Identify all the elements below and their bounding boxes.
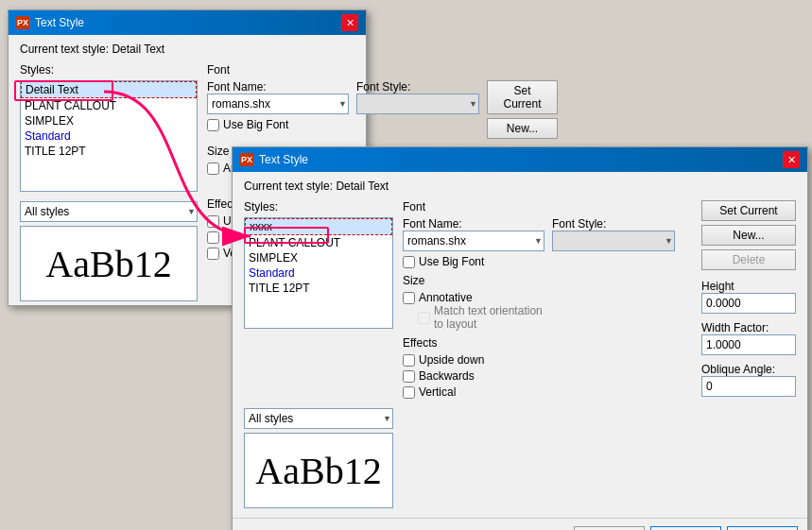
dialog1-style-item-2[interactable]: SIMPLEX <box>21 113 197 128</box>
dialog2-preview-box: AaBb12 <box>244 433 393 508</box>
dialog2-upside-down-label: Upside down <box>419 353 484 367</box>
dialog1-use-big-font-checkbox[interactable] <box>207 119 219 131</box>
dialog1-title-icon: PX <box>16 16 29 29</box>
dialog1-styles-label: Styles: <box>20 63 198 77</box>
dialog1-close-button[interactable]: ✕ <box>341 14 358 31</box>
dialog1-font-name-label: Font Name: <box>207 80 349 94</box>
dialog1-style-item-3[interactable]: Standard <box>21 128 197 144</box>
dialog2-cancel-button[interactable]: Cancel <box>650 526 721 530</box>
dialog2-font-name-select[interactable]: romans.shx <box>403 231 544 251</box>
dialog2-all-styles-select[interactable]: All styles <box>244 408 393 429</box>
dialog1-style-item-4[interactable]: TITLE 12PT <box>21 144 197 159</box>
dialog2-close-button[interactable]: ✕ <box>783 151 800 168</box>
dialog1-upside-down-checkbox[interactable] <box>207 215 219 228</box>
dialog1-preview-text: AaBb12 <box>41 237 176 291</box>
dialog1-use-big-font-row: Use Big Font <box>207 118 479 131</box>
dialog2-use-big-font-label: Use Big Font <box>419 255 484 268</box>
text-style-dialog-2[interactable]: PX Text Style ✕ Current text style: Deta… <box>232 146 808 530</box>
dialog2-vertical-label: Vertical <box>419 385 456 399</box>
dialog1-new-button[interactable]: New... <box>487 118 558 139</box>
dialog2-current-style: Current text style: Detail Text <box>244 180 796 193</box>
dialog2-match-text-row: Match text orientationto layout <box>418 304 694 331</box>
dialog2-use-big-font-row: Use Big Font <box>403 255 694 268</box>
dialog2-effects-label: Effects <box>403 336 694 350</box>
dialog2-font-name-label: Font Name: <box>403 217 544 231</box>
dialog2-vertical-row: Vertical <box>403 385 694 399</box>
dialog1-vertical-checkbox[interactable] <box>207 248 219 260</box>
dialog1-style-item-0[interactable]: Detail Text <box>21 81 197 98</box>
dialog2-use-big-font-checkbox[interactable] <box>403 256 415 268</box>
dialog2-width-factor-label: Width Factor: <box>701 321 796 334</box>
dialog2-style-item-0[interactable]: xxxx <box>245 218 392 235</box>
dialog2-bottom-buttons: Apply Cancel Help <box>233 518 807 530</box>
dialog1-style-item-1[interactable]: PLANT CALLOUT <box>21 98 197 113</box>
dialog2-oblique-angle-input[interactable] <box>701 376 796 397</box>
dialog2-styles-list[interactable]: xxxx PLANT CALLOUT SIMPLEX Standard TITL… <box>244 217 393 329</box>
dialog2-match-text-checkbox <box>418 312 430 324</box>
dialog2-style-item-2[interactable]: SIMPLEX <box>245 250 392 265</box>
dialog1-styles-list[interactable]: Detail Text PLANT CALLOUT SIMPLEX Standa… <box>20 80 198 192</box>
dialog2-height-input[interactable] <box>701 293 796 314</box>
dialog2-vertical-checkbox[interactable] <box>403 386 415 399</box>
dialog2-annotative-label: Annotative <box>419 291 473 304</box>
dialog2-styles-label: Styles: <box>244 200 393 214</box>
dialog1-font-name-select[interactable]: romans.shx <box>207 94 349 114</box>
dialog2-height-label: Height <box>701 280 796 293</box>
dialog2-backwards-label: Backwards <box>419 369 475 383</box>
dialog2-font-label: Font <box>403 200 694 214</box>
dialog2-match-text-label: Match text orientationto layout <box>434 304 543 331</box>
dialog2-delete-button[interactable]: Delete <box>701 249 796 270</box>
dialog1-all-styles-row: All styles ▼ <box>20 201 198 222</box>
dialog1-annotative-checkbox[interactable] <box>207 162 219 175</box>
dialog2-help-button[interactable]: Help <box>727 526 798 530</box>
dialog2-title-text: Text Style <box>259 153 308 166</box>
dialog2-backwards-checkbox[interactable] <box>403 370 415 383</box>
dialog1-font-style-select[interactable] <box>356 94 479 114</box>
dialog1-all-styles-select[interactable]: All styles <box>20 201 198 222</box>
dialog1-font-style-label: Font Style: <box>356 80 479 94</box>
dialog2-annotative-checkbox[interactable] <box>403 292 415 304</box>
dialog1-current-style: Current text style: Detail Text <box>20 43 354 56</box>
dialog2-width-factor-input[interactable] <box>701 334 796 355</box>
dialog2-all-styles-row: All styles ▼ <box>244 408 393 429</box>
dialog1-font-label: Font <box>207 63 479 77</box>
dialog2-font-style-label: Font Style: <box>552 217 675 231</box>
dialog2-upside-down-checkbox[interactable] <box>403 354 415 367</box>
dialog2-upside-down-row: Upside down <box>403 353 694 367</box>
dialog2-set-current-button[interactable]: Set Current <box>701 200 796 221</box>
dialog1-preview-box: AaBb12 <box>20 226 198 301</box>
dialog2-backwards-row: Backwards <box>403 369 694 383</box>
dialog2-apply-button[interactable]: Apply <box>574 526 645 530</box>
dialog2-size-label: Size <box>403 274 694 287</box>
dialog2-oblique-angle-label: Oblique Angle: <box>701 363 796 376</box>
dialog1-use-big-font-label: Use Big Font <box>223 118 288 131</box>
dialog2-new-button[interactable]: New... <box>701 225 796 246</box>
dialog1-set-current-button[interactable]: Set Current <box>487 80 558 114</box>
dialog2-preview-text: AaBb12 <box>251 444 386 498</box>
dialog2-style-item-1[interactable]: PLANT CALLOUT <box>245 235 392 250</box>
dialog2-titlebar: PX Text Style ✕ <box>233 147 807 172</box>
dialog2-font-style-select[interactable] <box>552 231 675 251</box>
dialog1-backwards-checkbox[interactable] <box>207 231 219 244</box>
dialog1-titlebar: PX Text Style ✕ <box>9 10 366 35</box>
dialog2-style-item-4[interactable]: TITLE 12PT <box>245 281 392 296</box>
dialog2-style-item-3[interactable]: Standard <box>245 265 392 281</box>
dialog2-annotative-row: Annotative <box>403 291 694 304</box>
dialog2-title-icon: PX <box>240 153 253 166</box>
dialog1-title-text: Text Style <box>35 16 84 29</box>
dialog2-effects-group: Upside down Backwards Vertical <box>403 353 694 399</box>
